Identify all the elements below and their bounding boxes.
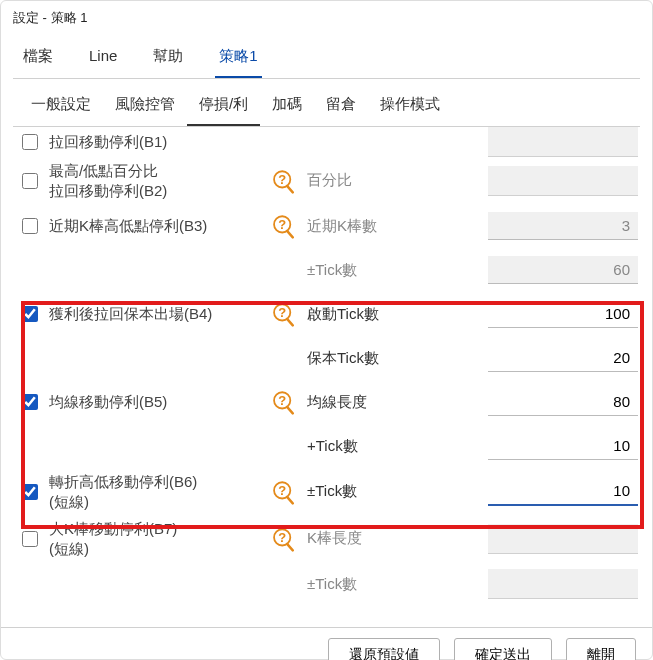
input-b6-tick[interactable] [488, 477, 638, 506]
confirm-button[interactable]: 確定送出 [454, 638, 552, 660]
input-b2-disabled [488, 166, 638, 196]
svg-text:?: ? [278, 305, 286, 320]
param-label-b5-extra: +Tick數 [307, 437, 427, 456]
close-button[interactable]: 離開 [566, 638, 636, 660]
menu-strategy1[interactable]: 策略1 [215, 41, 261, 78]
input-b1-disabled [488, 127, 638, 157]
checkbox-b5[interactable] [22, 394, 38, 410]
window-title: 設定 - 策略 1 [1, 1, 652, 35]
svg-text:?: ? [278, 530, 286, 545]
svg-text:?: ? [278, 483, 286, 498]
subtab-risk[interactable]: 風險控管 [103, 89, 187, 126]
input-b4-start[interactable] [488, 300, 638, 328]
help-icon[interactable]: ? [270, 213, 296, 239]
param-label-b4: 啟動Tick數 [307, 305, 427, 324]
label-b1: 拉回移動停利(B1) [49, 128, 259, 156]
input-b5-tick[interactable] [488, 432, 638, 460]
svg-text:?: ? [278, 393, 286, 408]
param-label-b7-extra: ±Tick數 [307, 575, 427, 594]
param-label-b3-extra: ±Tick數 [307, 261, 427, 280]
checkbox-b2[interactable] [22, 173, 38, 189]
label-b3: 近期K棒高低點停利(B3) [49, 212, 259, 240]
input-b3-tick[interactable] [488, 256, 638, 284]
checkbox-b1[interactable] [22, 134, 38, 150]
footer-bar: 還原預設値 確定送出 離開 [1, 627, 652, 660]
param-label-b3: 近期K棒數 [307, 217, 427, 236]
input-b7-tick-disabled [488, 569, 638, 599]
param-label-b2: 百分比 [307, 171, 427, 190]
menu-help[interactable]: 幫助 [149, 41, 187, 78]
svg-text:?: ? [278, 172, 286, 187]
help-icon[interactable]: ? [270, 479, 296, 505]
help-icon[interactable]: ? [270, 389, 296, 415]
subtab-general[interactable]: 一般設定 [19, 89, 103, 126]
checkbox-b6[interactable] [22, 484, 38, 500]
label-b4: 獲利後拉回保本出場(B4) [49, 300, 259, 328]
label-b6: 轉折高低移動停利(B6) (短線) [49, 468, 259, 515]
input-b3-kbar[interactable] [488, 212, 638, 240]
label-b7: 大K棒移動停利(B7) (短線) [49, 515, 259, 562]
menu-file[interactable]: 檔案 [19, 41, 57, 78]
param-label-b5: 均線長度 [307, 393, 427, 412]
subtab-addposition[interactable]: 加碼 [260, 89, 314, 126]
input-b7-disabled [488, 524, 638, 554]
content-area: 拉回移動停利(B1) 最高/低點百分比 拉回移動停利(B2) ? 百分比 近期K… [1, 127, 652, 627]
sub-tab-bar: 一般設定 風險控管 停損/利 加碼 留倉 操作模式 [1, 79, 652, 126]
menu-line[interactable]: Line [85, 41, 121, 78]
input-b5-length[interactable] [488, 388, 638, 416]
subtab-stoploss[interactable]: 停損/利 [187, 89, 260, 126]
svg-text:?: ? [278, 217, 286, 232]
subtab-hold[interactable]: 留倉 [314, 89, 368, 126]
subtab-mode[interactable]: 操作模式 [368, 89, 452, 126]
label-b2: 最高/低點百分比 拉回移動停利(B2) [49, 157, 259, 204]
label-b5: 均線移動停利(B5) [49, 388, 259, 416]
param-label-b6: ±Tick數 [307, 482, 427, 501]
param-label-b7: K棒長度 [307, 529, 427, 548]
restore-defaults-button[interactable]: 還原預設値 [328, 638, 440, 660]
checkbox-b7[interactable] [22, 531, 38, 547]
checkbox-b4[interactable] [22, 306, 38, 322]
checkbox-b3[interactable] [22, 218, 38, 234]
param-label-b4-extra: 保本Tick數 [307, 349, 427, 368]
help-icon[interactable]: ? [270, 526, 296, 552]
help-icon[interactable]: ? [270, 168, 296, 194]
input-b4-breakeven[interactable] [488, 344, 638, 372]
help-icon[interactable]: ? [270, 301, 296, 327]
menu-bar: 檔案 Line 幫助 策略1 [1, 35, 652, 78]
